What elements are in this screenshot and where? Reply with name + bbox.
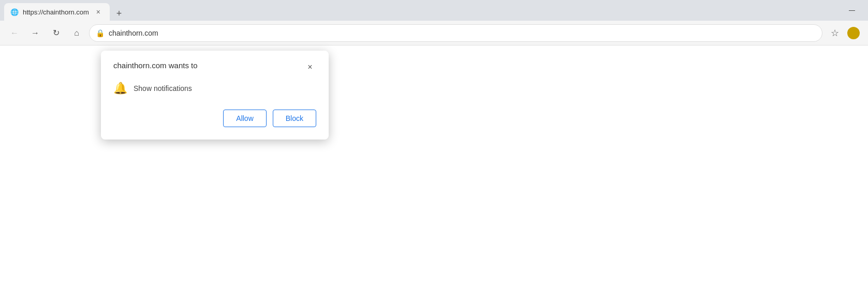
page-content: chainthorn.com wants to × 🔔 Show notific… [0,45,868,293]
notification-permission-popup: chainthorn.com wants to × 🔔 Show notific… [101,51,329,140]
popup-actions: Allow Block [113,110,316,127]
reload-button[interactable]: ↻ [48,25,64,41]
address-bar[interactable]: 🔒 chainthorn.com [89,24,822,42]
url-text: chainthorn.com [109,29,816,37]
lock-icon: 🔒 [96,29,105,37]
popup-title: chainthorn.com wants to [113,61,198,70]
permission-text: Show notifications [134,84,192,92]
tab-close-button[interactable]: × [93,7,104,17]
minimize-button[interactable]: — [840,0,864,21]
browser-toolbar: ← → ↻ ⌂ 🔒 chainthorn.com ☆ [0,21,868,45]
bookmark-star-button[interactable]: ☆ [827,25,843,41]
forward-button[interactable]: → [27,25,43,41]
tab-title: https://chainthorn.com [23,8,89,16]
popup-header: chainthorn.com wants to × [113,61,316,73]
back-button[interactable]: ← [6,25,23,41]
profile-button[interactable] [845,25,862,41]
allow-button[interactable]: Allow [223,110,266,127]
popup-permission-row: 🔔 Show notifications [113,82,316,95]
toolbar-actions: ☆ [827,25,862,41]
tab-strip: 🌐 https://chainthorn.com × + [4,0,836,21]
browser-title-bar: 🌐 https://chainthorn.com × + — [0,0,868,21]
profile-avatar [847,27,860,39]
home-button[interactable]: ⌂ [68,25,85,41]
active-tab[interactable]: 🌐 https://chainthorn.com × [4,3,110,21]
popup-close-button[interactable]: × [304,61,316,73]
new-tab-button[interactable]: + [112,6,126,21]
window-controls: — [840,0,864,21]
block-button[interactable]: Block [273,110,316,127]
bell-icon: 🔔 [113,82,127,95]
tab-favicon-icon: 🌐 [10,8,19,16]
